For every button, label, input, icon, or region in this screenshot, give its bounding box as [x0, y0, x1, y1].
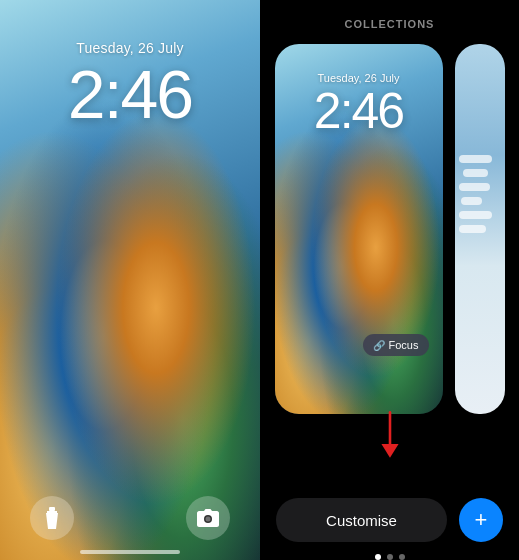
camera-button[interactable] — [186, 496, 230, 540]
lockscreen-date: Tuesday, 26 July — [0, 40, 260, 56]
card-time-area: Tuesday, 26 July 2:46 — [275, 72, 443, 136]
svg-point-4 — [206, 517, 211, 522]
bottom-actions-bar: Customise + — [260, 498, 519, 542]
lockscreen-bottom-bar — [0, 496, 260, 540]
svg-rect-0 — [49, 507, 55, 511]
focus-badge: 🔗 Focus — [363, 334, 429, 356]
torch-button[interactable] — [30, 496, 74, 540]
collection-card-main[interactable]: Tuesday, 26 July 2:46 🔗 Focus — [275, 44, 443, 414]
customise-label: Customise — [326, 512, 397, 529]
add-button[interactable]: + — [459, 498, 503, 542]
focus-label: Focus — [389, 339, 419, 351]
svg-rect-1 — [47, 511, 57, 513]
dot-2 — [387, 554, 393, 560]
clouds-decoration — [455, 155, 505, 233]
svg-marker-2 — [46, 513, 58, 529]
home-indicator — [80, 550, 180, 554]
add-icon: + — [475, 507, 488, 533]
arrow-indicator — [370, 408, 410, 472]
card-time: 2:46 — [275, 86, 443, 136]
collection-card-partial[interactable] — [455, 44, 505, 414]
collections-panel: COLLECTIONS Tuesday, 26 July 2:46 🔗 Focu… — [260, 0, 519, 560]
customise-button[interactable]: Customise — [276, 498, 447, 542]
page-dots — [375, 554, 405, 560]
dot-3 — [399, 554, 405, 560]
lockscreen-time-area: Tuesday, 26 July 2:46 — [0, 40, 260, 128]
lockscreen-panel: Tuesday, 26 July 2:46 — [0, 0, 260, 560]
dot-1 — [375, 554, 381, 560]
lockscreen-time: 2:46 — [0, 60, 260, 128]
focus-icon: 🔗 — [373, 340, 385, 351]
collections-title: COLLECTIONS — [345, 18, 435, 30]
